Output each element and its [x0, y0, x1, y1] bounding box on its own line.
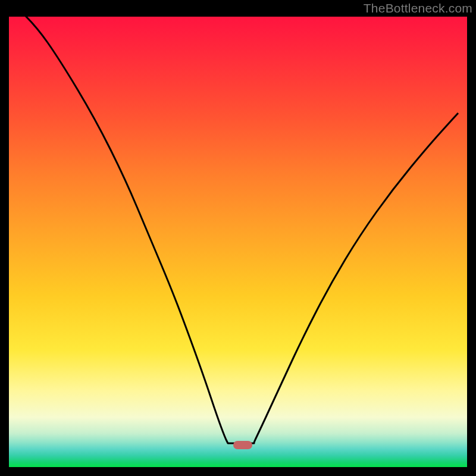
plot-area: [9, 17, 467, 467]
chart-stage: TheBottleneck.com: [0, 0, 476, 476]
curve-layer: [9, 17, 467, 467]
attribution-label: TheBottleneck.com: [364, 1, 472, 15]
bottleneck-curve: [9, 17, 458, 443]
minimum-marker: [233, 441, 252, 449]
